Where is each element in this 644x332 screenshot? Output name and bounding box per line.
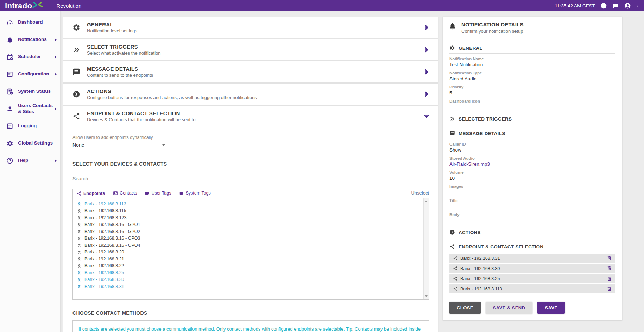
alarm-icon[interactable] — [600, 2, 607, 9]
endpoint-selection-body: Allow users to add endpoints dynamically… — [63, 135, 438, 332]
scroll-up-arrow-icon[interactable] — [425, 201, 428, 202]
detail-field: Caller ID Show — [449, 142, 615, 153]
field-label: Volume — [449, 170, 615, 174]
sidebar-item-help[interactable]: Help — [0, 152, 60, 169]
general-fields: Notification Name Test Notification Noti… — [449, 57, 615, 110]
overflow-menu-icon[interactable] — [636, 2, 639, 9]
unselect-link[interactable]: Unselect — [411, 190, 429, 197]
detail-field: Notification Name Test Notification — [449, 57, 615, 68]
share-icon — [72, 112, 80, 120]
sidebar-item-global-settings[interactable]: Global Settings — [0, 135, 60, 152]
endpoint-row[interactable]: Barix - 192.168.3.25 — [77, 269, 429, 276]
sidebar: Dashboard Notifications Scheduler Config… — [0, 11, 61, 332]
trash-icon[interactable] — [607, 266, 612, 271]
tab-contacts[interactable]: Contacts — [109, 189, 141, 198]
sidebar-item-dashboard[interactable]: Dashboard — [0, 14, 60, 31]
chat-icon[interactable] — [612, 2, 619, 9]
scrollbar[interactable] — [423, 198, 429, 299]
section-subtitle: Configure buttons for responses and acti… — [87, 95, 257, 100]
intrado-logo[interactable]: Intrado — [5, 2, 43, 10]
field-value: Stored Audio — [449, 76, 615, 82]
sidebar-item-configuration[interactable]: Configuration — [0, 66, 60, 83]
endpoint-rows: Barix - 192.168.3.113 Barix - 192.168.3.… — [73, 198, 429, 290]
endpoint-name: Barix - 192.168.3.16 - GPO1 — [84, 222, 140, 227]
contacts-icon — [113, 191, 118, 196]
endpoint-row[interactable]: Barix - 192.168.3.16 - GPO1 — [77, 221, 429, 228]
endpoint-name: Barix - 192.168.3.22 — [84, 263, 124, 268]
details-title: NOTIFICATION DETAILS — [461, 21, 524, 27]
detail-field: Notification Type Stored Audio — [449, 71, 615, 82]
details-section-actions: ACTIONS — [449, 229, 615, 238]
select-devices-heading: SELECT YOUR DEVICES & CONTACTS — [72, 161, 429, 167]
endpoint-name: Barix - 192.168.3.31 — [84, 284, 124, 289]
tag-icon — [145, 191, 150, 196]
endpoint-row[interactable]: Barix - 192.168.3.113 — [77, 201, 429, 208]
close-button[interactable]: CLOSE — [449, 302, 481, 314]
message-icon — [72, 68, 80, 76]
gear-icon — [72, 24, 80, 31]
actions-icon — [72, 90, 80, 98]
sidebar-item-users-contacts-sites[interactable]: Users Contacts & Sites — [0, 100, 60, 117]
selected-endpoint-row: Barix - 192.168.3.25 — [449, 274, 615, 283]
selected-endpoint-name: Barix - 192.168.3.113 — [460, 287, 502, 291]
endpoint-device-icon — [77, 277, 82, 282]
section-actions[interactable]: ACTIONS Configure buttons for responses … — [63, 83, 438, 105]
details-section-message-details: MESSAGE DETAILS — [449, 130, 615, 139]
gear-icon — [6, 140, 13, 147]
details-section-general: GENERAL — [449, 45, 615, 54]
actions-icon — [449, 229, 455, 235]
endpoint-row[interactable]: Barix - 192.168.3.22 — [77, 263, 429, 270]
section-endpoint-contact-selection[interactable]: ENDPOINT & CONTACT SELECTION Devices & C… — [63, 105, 438, 332]
sidebar-item-system-status[interactable]: System Status — [0, 83, 60, 100]
product-title: Revolution — [56, 3, 81, 9]
scroll-down-arrow-icon[interactable] — [425, 295, 428, 297]
trash-icon[interactable] — [607, 276, 612, 281]
detail-field: Body — [449, 213, 615, 223]
section-general[interactable]: GENERAL Notification level settings — [63, 17, 438, 38]
section-subtitle: Select what activates the notification — [87, 50, 161, 56]
clock: 11:35:42 AM CEST — [555, 3, 595, 8]
selected-endpoint-name: Barix - 192.168.3.31 — [460, 256, 500, 261]
endpoint-row[interactable]: Barix - 192.168.3.31 — [77, 283, 429, 290]
sidebar-item-logging[interactable]: Logging — [0, 117, 60, 135]
chevron-right-icon — [423, 90, 430, 98]
endpoint-row[interactable]: Barix - 192.168.3.115 — [77, 208, 429, 215]
account-icon[interactable] — [624, 2, 631, 9]
endpoint-row[interactable]: Barix - 192.168.3.21 — [77, 256, 429, 263]
endpoint-row[interactable]: Barix - 192.168.3.16 - GPO3 — [77, 235, 429, 242]
endpoint-row[interactable]: Barix - 192.168.3.16 - GPO4 — [77, 242, 429, 249]
share-icon — [453, 256, 457, 260]
chevron-right-icon — [423, 24, 430, 31]
selected-endpoint-row: Barix - 192.168.3.30 — [449, 264, 615, 273]
endpoint-device-icon — [77, 284, 82, 289]
trash-icon[interactable] — [607, 256, 612, 261]
bell-icon — [6, 36, 13, 43]
chevron-down-icon — [423, 112, 430, 120]
endpoint-name: Barix - 192.168.3.16 - GPO2 — [84, 229, 140, 234]
endpoint-row[interactable]: Barix - 192.168.3.30 — [77, 276, 429, 283]
notification-bell-icon — [449, 22, 456, 30]
section-select-triggers[interactable]: SELECT TRIGGERS Select what activates th… — [63, 39, 438, 61]
tab-system-tags[interactable]: System Tags — [175, 189, 215, 198]
endpoint-name: Barix - 192.168.3.21 — [84, 257, 124, 262]
dynamic-endpoints-select[interactable]: None — [72, 140, 166, 150]
search-input[interactable] — [72, 174, 184, 184]
sidebar-item-notifications[interactable]: Notifications — [0, 31, 60, 48]
calendar-icon — [6, 54, 13, 61]
save-button[interactable]: SAVE — [537, 302, 565, 314]
field-value[interactable]: Air-Raid-Siren.mp3 — [449, 161, 615, 167]
tab-user-tags[interactable]: User Tags — [141, 189, 175, 198]
field-label: Images — [449, 184, 615, 189]
section-message-details[interactable]: MESSAGE DETAILS Content to send to the e… — [63, 61, 438, 83]
endpoint-name: Barix - 192.168.3.20 — [84, 250, 124, 254]
endpoint-row[interactable]: Barix - 192.168.3.20 — [77, 249, 429, 256]
endpoint-row[interactable]: Barix - 192.168.3.123 — [77, 214, 429, 221]
share-icon — [453, 266, 457, 271]
field-value: Test Notification — [449, 62, 615, 68]
sidebar-item-scheduler[interactable]: Scheduler — [0, 48, 60, 66]
tab-endpoints[interactable]: Endpoints — [72, 189, 109, 198]
field-label: Notification Type — [449, 71, 615, 75]
endpoint-row[interactable]: Barix - 192.168.3.16 - GPO2 — [77, 228, 429, 235]
trash-icon[interactable] — [607, 286, 612, 291]
save-send-button[interactable]: SAVE & SEND — [486, 302, 533, 314]
